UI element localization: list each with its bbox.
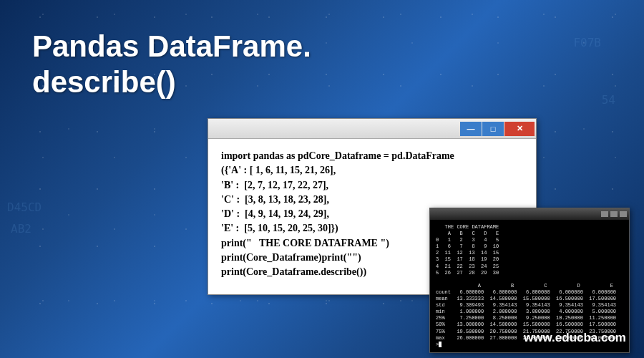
bg-fragment: 54 bbox=[602, 93, 615, 107]
terminal-max-icon[interactable] bbox=[610, 211, 618, 217]
watermark: www.educba.com bbox=[524, 331, 626, 345]
title-line-1: Pandas DataFrame. bbox=[32, 29, 311, 64]
bg-fragment: F07B bbox=[573, 36, 601, 49]
terminal-close-icon[interactable] bbox=[620, 211, 627, 217]
terminal-titlebar bbox=[430, 208, 629, 220]
window-titlebar: — □ ✕ bbox=[208, 119, 536, 139]
close-button[interactable]: ✕ bbox=[504, 122, 535, 136]
page-title: Pandas DataFrame. describe() bbox=[32, 29, 311, 101]
title-line-2: describe() bbox=[32, 64, 311, 100]
terminal-min-icon[interactable] bbox=[601, 211, 608, 217]
maximize-button[interactable]: □ bbox=[482, 122, 504, 136]
bg-fragment: AB2 bbox=[11, 222, 31, 236]
minimize-button[interactable]: — bbox=[460, 122, 482, 136]
bg-fragment: D45CD bbox=[7, 200, 42, 214]
